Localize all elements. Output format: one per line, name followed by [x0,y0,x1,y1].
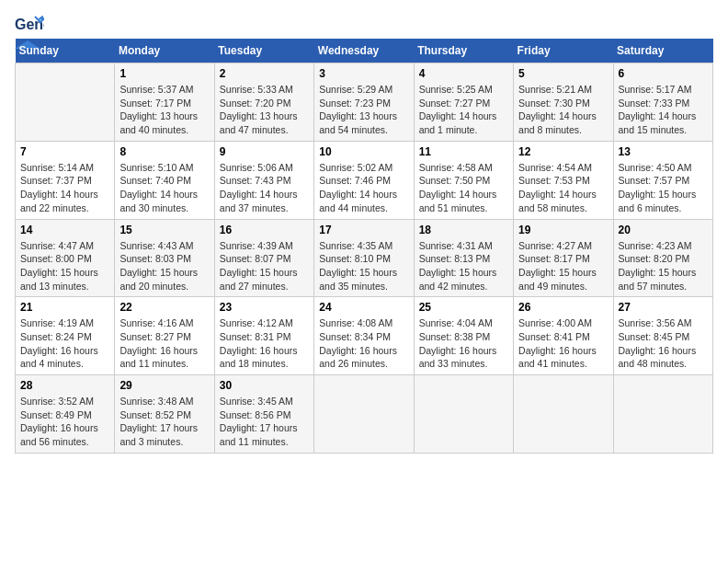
day-info: Sunrise: 4:04 AM Sunset: 8:38 PM Dayligh… [419,316,508,371]
calendar-week-row: 28Sunrise: 3:52 AM Sunset: 8:49 PM Dayli… [16,375,713,454]
calendar-cell: 10Sunrise: 5:02 AM Sunset: 7:46 PM Dayli… [314,141,414,219]
calendar-cell: 3Sunrise: 5:29 AM Sunset: 7:23 PM Daylig… [314,63,414,142]
calendar-cell [314,375,414,454]
day-number: 7 [20,145,109,158]
calendar-cell: 5Sunrise: 5:21 AM Sunset: 7:30 PM Daylig… [514,63,613,142]
day-number: 29 [119,379,209,392]
calendar-cell: 17Sunrise: 4:35 AM Sunset: 8:10 PM Dayli… [314,219,414,297]
calendar-week-row: 7Sunrise: 5:14 AM Sunset: 7:37 PM Daylig… [16,141,713,219]
calendar-cell: 25Sunrise: 4:04 AM Sunset: 8:38 PM Dayli… [414,297,513,375]
day-info: Sunrise: 5:17 AM Sunset: 7:33 PM Dayligh… [619,83,708,137]
calendar-cell [414,375,513,454]
day-number: 2 [220,67,309,80]
calendar-cell: 27Sunrise: 3:56 AM Sunset: 8:45 PM Dayli… [613,297,712,375]
day-number: 17 [319,224,408,236]
day-number: 9 [220,145,309,158]
calendar-cell: 24Sunrise: 4:08 AM Sunset: 8:34 PM Dayli… [314,297,414,375]
day-info: Sunrise: 5:14 AM Sunset: 7:37 PM Dayligh… [20,161,109,215]
calendar-cell: 20Sunrise: 4:23 AM Sunset: 8:20 PM Dayli… [613,219,712,297]
day-number: 16 [220,224,309,236]
calendar-cell: 6Sunrise: 5:17 AM Sunset: 7:33 PM Daylig… [613,63,712,142]
day-number: 8 [119,145,209,158]
day-header-saturday: Saturday [613,39,712,63]
day-number: 13 [619,145,708,158]
day-info: Sunrise: 5:02 AM Sunset: 7:46 PM Dayligh… [319,161,408,215]
day-info: Sunrise: 4:54 AM Sunset: 7:53 PM Dayligh… [518,161,608,215]
calendar-cell [16,63,115,142]
day-number: 27 [619,301,708,314]
day-info: Sunrise: 4:50 AM Sunset: 7:57 PM Dayligh… [619,161,708,215]
calendar-cell: 13Sunrise: 4:50 AM Sunset: 7:57 PM Dayli… [613,141,712,219]
calendar-cell: 21Sunrise: 4:19 AM Sunset: 8:24 PM Dayli… [16,297,115,375]
calendar-cell: 23Sunrise: 4:12 AM Sunset: 8:31 PM Dayli… [214,297,313,375]
day-number: 12 [518,145,608,158]
calendar-cell: 29Sunrise: 3:48 AM Sunset: 8:52 PM Dayli… [115,375,214,454]
day-info: Sunrise: 4:47 AM Sunset: 8:00 PM Dayligh… [20,239,109,293]
calendar-header-row: SundayMondayTuesdayWednesdayThursdayFrid… [16,39,713,63]
day-info: Sunrise: 4:00 AM Sunset: 8:41 PM Dayligh… [518,316,608,371]
calendar-cell: 18Sunrise: 4:31 AM Sunset: 8:13 PM Dayli… [414,219,513,297]
calendar-cell: 4Sunrise: 5:25 AM Sunset: 7:27 PM Daylig… [414,63,513,142]
day-number: 10 [319,145,408,158]
day-number: 21 [20,301,109,314]
calendar-cell: 8Sunrise: 5:10 AM Sunset: 7:40 PM Daylig… [115,141,214,219]
day-info: Sunrise: 4:08 AM Sunset: 8:34 PM Dayligh… [319,316,408,371]
calendar-cell: 26Sunrise: 4:00 AM Sunset: 8:41 PM Dayli… [514,297,613,375]
day-number: 18 [419,224,508,236]
day-info: Sunrise: 3:45 AM Sunset: 8:56 PM Dayligh… [220,395,309,449]
day-info: Sunrise: 3:48 AM Sunset: 8:52 PM Dayligh… [119,395,209,449]
day-number: 26 [518,301,608,314]
day-number: 19 [518,224,608,236]
calendar-cell: 14Sunrise: 4:47 AM Sunset: 8:00 PM Dayli… [16,219,115,297]
day-number: 4 [419,67,508,80]
day-number: 20 [619,224,708,236]
day-info: Sunrise: 4:23 AM Sunset: 8:20 PM Dayligh… [619,239,708,293]
day-header-wednesday: Wednesday [314,39,414,63]
day-number: 14 [20,224,109,236]
day-number: 11 [419,145,508,158]
day-header-monday: Monday [115,39,214,63]
calendar-cell: 9Sunrise: 5:06 AM Sunset: 7:43 PM Daylig… [214,141,313,219]
day-number: 23 [220,301,309,314]
day-info: Sunrise: 5:29 AM Sunset: 7:23 PM Dayligh… [319,83,408,137]
calendar-week-row: 14Sunrise: 4:47 AM Sunset: 8:00 PM Dayli… [16,219,713,297]
day-number: 28 [20,379,109,392]
day-number: 25 [419,301,508,314]
calendar-cell: 12Sunrise: 4:54 AM Sunset: 7:53 PM Dayli… [514,141,613,219]
logo-icon: General [15,15,44,40]
day-info: Sunrise: 4:12 AM Sunset: 8:31 PM Dayligh… [220,316,309,371]
calendar-cell: 1Sunrise: 5:37 AM Sunset: 7:17 PM Daylig… [115,63,214,142]
calendar-cell: 16Sunrise: 4:39 AM Sunset: 8:07 PM Dayli… [214,219,313,297]
day-header-tuesday: Tuesday [214,39,313,63]
day-info: Sunrise: 3:56 AM Sunset: 8:45 PM Dayligh… [619,316,708,371]
day-number: 5 [518,67,608,80]
calendar-week-row: 21Sunrise: 4:19 AM Sunset: 8:24 PM Dayli… [16,297,713,375]
day-info: Sunrise: 5:37 AM Sunset: 7:17 PM Dayligh… [119,83,209,137]
day-info: Sunrise: 4:16 AM Sunset: 8:27 PM Dayligh… [119,316,209,371]
day-info: Sunrise: 4:31 AM Sunset: 8:13 PM Dayligh… [419,239,508,293]
day-info: Sunrise: 4:58 AM Sunset: 7:50 PM Dayligh… [419,161,508,215]
calendar-cell [514,375,613,454]
calendar-cell: 30Sunrise: 3:45 AM Sunset: 8:56 PM Dayli… [214,375,313,454]
day-info: Sunrise: 4:43 AM Sunset: 8:03 PM Dayligh… [119,239,209,293]
day-number: 24 [319,301,408,314]
day-info: Sunrise: 4:39 AM Sunset: 8:07 PM Dayligh… [220,239,309,293]
calendar-cell [613,375,712,454]
day-header-friday: Friday [514,39,613,63]
calendar-week-row: 1Sunrise: 5:37 AM Sunset: 7:17 PM Daylig… [16,63,713,142]
calendar-cell: 28Sunrise: 3:52 AM Sunset: 8:49 PM Dayli… [16,375,115,454]
page-header: General [15,15,713,29]
calendar-table: SundayMondayTuesdayWednesdayThursdayFrid… [15,39,713,454]
calendar-cell: 22Sunrise: 4:16 AM Sunset: 8:27 PM Dayli… [115,297,214,375]
day-info: Sunrise: 5:33 AM Sunset: 7:20 PM Dayligh… [220,83,309,137]
calendar-cell: 11Sunrise: 4:58 AM Sunset: 7:50 PM Dayli… [414,141,513,219]
day-number: 15 [119,224,209,236]
calendar-cell: 19Sunrise: 4:27 AM Sunset: 8:17 PM Dayli… [514,219,613,297]
day-number: 3 [319,67,408,80]
day-number: 1 [119,67,209,80]
logo: General [15,15,44,29]
day-number: 22 [119,301,209,314]
day-info: Sunrise: 4:19 AM Sunset: 8:24 PM Dayligh… [20,316,109,371]
day-number: 30 [220,379,309,392]
day-info: Sunrise: 4:27 AM Sunset: 8:17 PM Dayligh… [518,239,608,293]
